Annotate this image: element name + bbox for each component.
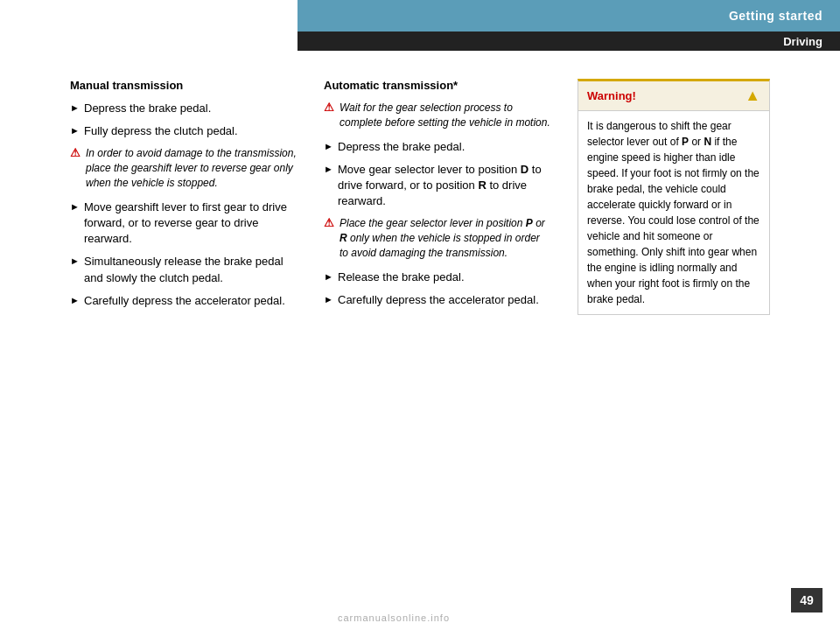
auto-section-title: Automatic transmission* bbox=[324, 79, 551, 92]
auto-notice-1-text: Wait for the gear selection process to c… bbox=[340, 101, 551, 130]
auto-notice-1: ⚠ Wait for the gear selection process to… bbox=[324, 101, 551, 130]
manual-bullet-5-text: Carefully depress the accelerator pedal. bbox=[84, 293, 298, 309]
auto-bullet-3-text: Release the brake pedal. bbox=[338, 270, 551, 285]
warning-section: Warning! ▲ It is dangerous to shift the … bbox=[578, 79, 770, 569]
bullet-arrow-icon: ► bbox=[324, 270, 338, 285]
bullet-arrow-icon: ► bbox=[70, 123, 84, 139]
auto-bullet-4: ► Carefully depress the accelerator peda… bbox=[324, 292, 551, 308]
header-title: Getting started bbox=[729, 9, 822, 23]
bullet-arrow-icon: ► bbox=[324, 292, 338, 308]
auto-bullet-1-text: Depress the brake pedal. bbox=[338, 139, 551, 155]
auto-notice-2-text: Place the gear selector lever in positio… bbox=[340, 216, 551, 260]
auto-bullet-1: ► Depress the brake pedal. bbox=[324, 139, 551, 155]
auto-bullet-4-text: Carefully depress the accelerator pedal. bbox=[338, 292, 551, 308]
watermark: carmanualsonline.info bbox=[0, 612, 788, 623]
bullet-arrow-icon: ► bbox=[70, 200, 84, 248]
header-bar: Getting started bbox=[298, 0, 840, 32]
auto-bullet-2: ► Move gear selector lever to position D… bbox=[324, 162, 551, 210]
notice-exclamation-icon: ⚠ bbox=[324, 216, 340, 260]
subheader-bar: Driving bbox=[298, 32, 840, 51]
manual-bullet-3-text: Move gearshift lever to first gear to dr… bbox=[84, 200, 298, 248]
warning-body: It is dangerous to shift the gear select… bbox=[578, 111, 769, 314]
bullet-arrow-icon: ► bbox=[324, 139, 338, 155]
manual-bullet-5: ► Carefully depress the accelerator peda… bbox=[70, 293, 298, 309]
warning-header: Warning! ▲ bbox=[578, 81, 769, 111]
bullet-arrow-icon: ► bbox=[324, 162, 338, 210]
manual-bullet-1: ► Depress the brake pedal. bbox=[70, 101, 298, 116]
manual-section-title: Manual transmission bbox=[70, 79, 298, 92]
manual-transmission-section: Manual transmission ► Depress the brake … bbox=[70, 79, 306, 569]
manual-notice-1: ⚠ In order to avoid damage to the transm… bbox=[70, 146, 298, 190]
warning-box: Warning! ▲ It is dangerous to shift the … bbox=[578, 79, 770, 315]
manual-bullet-2-text: Fully depress the clutch pedal. bbox=[84, 123, 298, 139]
main-content: Manual transmission ► Depress the brake … bbox=[0, 70, 840, 578]
auto-bullet-3: ► Release the brake pedal. bbox=[324, 270, 551, 285]
notice-exclamation-icon: ⚠ bbox=[70, 146, 86, 190]
manual-bullet-1-text: Depress the brake pedal. bbox=[84, 101, 298, 116]
notice-exclamation-icon: ⚠ bbox=[324, 101, 340, 130]
auto-notice-2: ⚠ Place the gear selector lever in posit… bbox=[324, 216, 551, 260]
manual-bullet-4-text: Simultaneously release the brake pedal a… bbox=[84, 254, 298, 285]
manual-bullet-2: ► Fully depress the clutch pedal. bbox=[70, 123, 298, 139]
auto-bullet-2-text: Move gear selector lever to position D t… bbox=[338, 162, 551, 210]
manual-bullet-4: ► Simultaneously release the brake pedal… bbox=[70, 254, 298, 285]
automatic-transmission-section: Automatic transmission* ⚠ Wait for the g… bbox=[324, 79, 560, 569]
manual-notice-1-text: In order to avoid damage to the transmis… bbox=[86, 146, 298, 190]
page-number: 49 bbox=[791, 588, 822, 612]
subheader-subtitle: Driving bbox=[783, 35, 822, 48]
bullet-arrow-icon: ► bbox=[70, 254, 84, 285]
warning-triangle-icon: ▲ bbox=[745, 87, 760, 105]
bullet-arrow-icon: ► bbox=[70, 293, 84, 309]
bullet-arrow-icon: ► bbox=[70, 101, 84, 116]
manual-bullet-3: ► Move gearshift lever to first gear to … bbox=[70, 200, 298, 248]
warning-header-text: Warning! bbox=[587, 89, 636, 102]
